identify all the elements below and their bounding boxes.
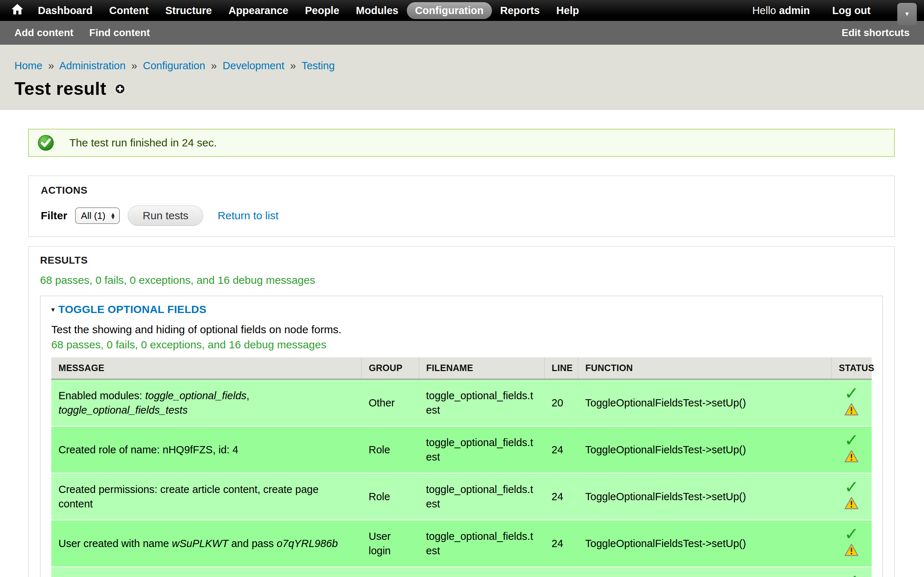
- cell-filename: toggle_optional_fields.test: [419, 520, 544, 567]
- select-arrows-icon: ▲▼: [110, 213, 116, 219]
- cell-function: ToggleOptionalFieldsTest->setUp(): [578, 426, 831, 473]
- user-greeting-link[interactable]: Hello admin: [752, 5, 810, 16]
- table-row: Created permissions: create article cont…: [51, 473, 872, 520]
- breadcrumb-testing[interactable]: Testing: [301, 60, 334, 71]
- pass-check-icon: ✓: [844, 384, 859, 403]
- cell-group: User login: [361, 520, 419, 567]
- menu-item-modules[interactable]: Modules: [347, 2, 407, 19]
- actions-fieldset: ACTIONS Filter All (1) ▲▼ Run tests Retu…: [28, 176, 895, 237]
- username: admin: [779, 5, 809, 16]
- cell-group: Other: [361, 379, 419, 427]
- actions-legend: ACTIONS: [41, 185, 882, 196]
- menu-item-people[interactable]: People: [297, 2, 347, 19]
- pass-check-icon: ✓: [844, 477, 859, 496]
- cell-line: 24: [544, 473, 578, 520]
- warning-icon: [844, 496, 859, 509]
- menu-item-dashboard[interactable]: Dashboard: [30, 2, 101, 19]
- col-header-status: STATUS: [832, 357, 872, 379]
- filter-select-value: All (1): [81, 210, 105, 221]
- pass-check-icon: ✓: [844, 571, 859, 577]
- table-header-row: MESSAGE GROUP FILENAME LINE FUNCTION STA…: [51, 357, 872, 379]
- menu-item-configuration[interactable]: Configuration: [407, 2, 492, 19]
- breadcrumb: Home » Administration » Configuration » …: [15, 60, 909, 72]
- filter-select[interactable]: All (1) ▲▼: [75, 207, 120, 224]
- menu-item-structure[interactable]: Structure: [157, 2, 220, 19]
- cell-message: User created with name wSuPLKWT and pass…: [51, 520, 361, 567]
- chevron-down-icon: ▼: [904, 11, 910, 17]
- col-header-line: LINE: [544, 357, 578, 379]
- breadcrumb-development[interactable]: Development: [223, 60, 284, 71]
- cell-filename: toggle_optional_fields.test: [419, 379, 544, 427]
- toolbar-user-links: Hello admin Log out: [752, 5, 917, 16]
- menu-item-help[interactable]: Help: [548, 2, 587, 19]
- cell-filename: toggle_optional_fields.test: [419, 567, 544, 577]
- table-row: User created with name wSuPLKWT and pass…: [51, 520, 872, 567]
- cell-line: 24: [544, 567, 578, 577]
- results-legend: RESULTS: [40, 255, 883, 266]
- breadcrumb-separator: »: [131, 60, 137, 71]
- cell-filename: toggle_optional_fields.test: [419, 426, 544, 473]
- results-fieldset: RESULTS 68 passes, 0 fails, 0 exceptions…: [28, 246, 895, 577]
- table-row: GET http://drupal7.dev/user returned 200…: [51, 567, 872, 577]
- cell-status: ✓: [832, 426, 872, 473]
- edit-shortcuts-link[interactable]: Edit shortcuts: [842, 27, 909, 38]
- greeting-prefix: Hello: [752, 5, 776, 16]
- cell-status: ✓: [832, 473, 872, 520]
- cell-status: ✓: [832, 379, 872, 427]
- cell-function: ToggleOptionalFieldsTest->setUp(): [578, 473, 831, 520]
- cell-message: Created role of name: nHQ9fFZS, id: 4: [51, 426, 361, 473]
- menu-item-appearance[interactable]: Appearance: [220, 2, 297, 19]
- pass-check-icon: ✓: [844, 524, 859, 543]
- cell-line: 24: [544, 520, 578, 567]
- cell-filename: toggle_optional_fields.test: [419, 473, 544, 520]
- menu-item-content[interactable]: Content: [101, 2, 157, 19]
- admin-menu: Dashboard Content Structure Appearance P…: [30, 0, 587, 21]
- warning-icon: [844, 543, 859, 556]
- cell-status: ✓: [832, 567, 872, 577]
- warning-icon: [844, 450, 859, 463]
- add-to-shortcuts-icon[interactable]: [115, 83, 126, 95]
- cell-status: ✓: [832, 520, 872, 567]
- status-message: The test run finished in 24 sec.: [28, 129, 895, 157]
- test-group-fieldset: ▾ TOGGLE OPTIONAL FIELDS Test the showin…: [40, 296, 883, 577]
- admin-toolbar: Dashboard Content Structure Appearance P…: [0, 0, 924, 21]
- test-group-description: Test the showing and hiding of optional …: [51, 324, 872, 336]
- test-group-title-link[interactable]: TOGGLE OPTIONAL FIELDS: [58, 303, 207, 316]
- cell-line: 24: [544, 426, 578, 473]
- cell-message: Created permissions: create article cont…: [51, 473, 361, 520]
- col-header-group: GROUP: [361, 357, 419, 379]
- breadcrumb-administration[interactable]: Administration: [59, 60, 126, 71]
- success-check-icon: [37, 134, 54, 151]
- cell-message: GET http://drupal7.dev/user returned 200…: [51, 567, 361, 577]
- cell-message: Enabled modules: toggle_optional_fields,…: [51, 379, 361, 427]
- results-table: MESSAGE GROUP FILENAME LINE FUNCTION STA…: [51, 357, 872, 577]
- col-header-function: FUNCTION: [578, 357, 831, 379]
- table-row: Enabled modules: toggle_optional_fields,…: [51, 379, 872, 427]
- filter-label: Filter: [41, 210, 67, 222]
- breadcrumb-separator: »: [48, 60, 54, 71]
- return-to-list-link[interactable]: Return to list: [218, 210, 278, 222]
- col-header-message: MESSAGE: [51, 357, 361, 379]
- col-header-filename: FILENAME: [419, 357, 544, 379]
- cell-group: Role: [361, 426, 419, 473]
- warning-icon: [844, 403, 859, 416]
- breadcrumb-separator: »: [211, 60, 217, 71]
- home-button[interactable]: [7, 4, 30, 17]
- cell-function: ToggleOptionalFieldsTest->setUp(): [578, 567, 831, 577]
- collapse-arrow-icon[interactable]: ▾: [51, 305, 55, 314]
- test-group-summary: 68 passes, 0 fails, 0 exceptions, and 16…: [51, 338, 872, 351]
- results-table-body: Enabled modules: toggle_optional_fields,…: [51, 379, 872, 577]
- table-row: Created role of name: nHQ9fFZS, id: 4 Ro…: [51, 426, 872, 473]
- shortcut-add-content[interactable]: Add content: [15, 27, 73, 39]
- menu-item-reports[interactable]: Reports: [492, 2, 548, 19]
- logout-link[interactable]: Log out: [832, 5, 871, 16]
- cell-function: ToggleOptionalFieldsTest->setUp(): [578, 379, 831, 427]
- shortcut-find-content[interactable]: Find content: [89, 27, 150, 39]
- shortcut-bar: Add content Find content Edit shortcuts: [0, 21, 924, 45]
- breadcrumb-home[interactable]: Home: [15, 60, 42, 71]
- run-tests-button[interactable]: Run tests: [128, 206, 203, 226]
- toolbar-drawer-toggle[interactable]: ▼: [897, 3, 917, 25]
- cell-function: ToggleOptionalFieldsTest->setUp(): [578, 520, 831, 567]
- breadcrumb-configuration[interactable]: Configuration: [143, 60, 205, 71]
- status-message-text: The test run finished in 24 sec.: [69, 137, 217, 149]
